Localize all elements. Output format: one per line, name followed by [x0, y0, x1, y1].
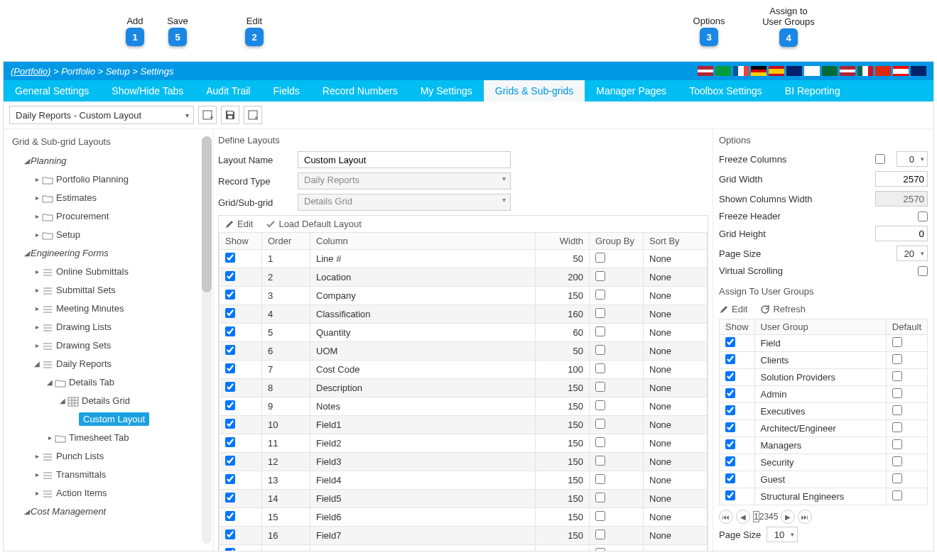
groupby-check[interactable]	[595, 363, 605, 373]
tree-item[interactable]: ◢Planning	[8, 151, 213, 170]
ug-show-check[interactable]	[725, 337, 735, 347]
groupby-check[interactable]	[595, 345, 605, 355]
ug-row[interactable]: Managers	[720, 437, 928, 454]
ug-page-size-select[interactable]: 10	[767, 527, 798, 542]
ug-row[interactable]: Architect/Engineer	[720, 420, 928, 437]
tree-item[interactable]: ▸Estimates	[8, 188, 213, 207]
show-check[interactable]	[225, 511, 235, 521]
grid-row[interactable]: 12Field3150None	[220, 453, 708, 471]
tree-item[interactable]: ▸Drawing Sets	[8, 336, 213, 354]
tree-item[interactable]: ◢Engineering Forms	[8, 243, 213, 262]
tab-record-numbers[interactable]: Record Numbers	[311, 80, 409, 101]
ug-row[interactable]: Guest	[720, 471, 928, 488]
tree-item[interactable]: ▸Transmittals	[8, 465, 213, 483]
grid-row[interactable]: 1Line #50None	[220, 250, 708, 268]
groupby-check[interactable]	[595, 326, 605, 336]
tree-item[interactable]: Custom Layout	[8, 410, 213, 428]
show-check[interactable]	[225, 456, 235, 466]
groupby-check[interactable]	[595, 271, 605, 281]
ug-show-check[interactable]	[725, 388, 735, 398]
ug-default-check[interactable]	[892, 456, 902, 466]
ug-edit-button[interactable]: Edit	[719, 304, 747, 314]
show-check[interactable]	[225, 474, 235, 484]
show-check[interactable]	[225, 345, 235, 355]
show-check[interactable]	[225, 290, 235, 300]
grid-height-input[interactable]	[875, 226, 928, 241]
show-check[interactable]	[225, 548, 235, 551]
grid-row[interactable]: 2Location200None	[220, 268, 708, 287]
freeze-header-check[interactable]	[918, 212, 928, 221]
tree-item[interactable]: ◢ Details Grid	[8, 391, 213, 410]
groupby-check[interactable]	[595, 308, 605, 318]
show-check[interactable]	[225, 326, 235, 336]
ug-row[interactable]: Clients	[720, 352, 928, 369]
grid-row[interactable]: 9Notes150None	[220, 397, 708, 416]
pager-page[interactable]: 5	[774, 512, 779, 522]
breadcrumb[interactable]: (Portfolio) > Portfolio > Setup > Settin…	[11, 66, 173, 77]
show-check[interactable]	[225, 253, 235, 263]
ug-show-check[interactable]	[725, 354, 735, 364]
groupby-check[interactable]	[595, 419, 605, 429]
tab-grids-sub-grids[interactable]: Grids & Sub-grids	[484, 80, 585, 101]
groupby-check[interactable]	[595, 382, 605, 392]
ug-default-check[interactable]	[892, 388, 902, 398]
grid-row[interactable]: 10Field1150None	[220, 416, 708, 434]
show-check[interactable]	[225, 419, 235, 429]
ug-show-check[interactable]	[725, 371, 735, 381]
tree-item[interactable]: ▸Action Items	[8, 483, 213, 502]
groupby-check[interactable]	[595, 456, 605, 466]
ug-default-check[interactable]	[892, 371, 902, 381]
groupby-check[interactable]	[595, 493, 605, 503]
grid-row[interactable]: 5Quantity60None	[220, 324, 708, 342]
delete-button[interactable]: ×	[244, 106, 262, 124]
pager-first[interactable]: ⏮	[719, 510, 733, 524]
groupby-check[interactable]	[595, 529, 605, 539]
tab-general-settings[interactable]: General Settings	[4, 80, 100, 101]
ug-row[interactable]: Executives	[720, 403, 928, 420]
show-check[interactable]	[225, 529, 235, 539]
tree-item[interactable]: ▸ Timesheet Tab	[8, 428, 213, 446]
ug-show-check[interactable]	[725, 490, 735, 500]
show-check[interactable]	[225, 400, 235, 410]
record-type-select[interactable]: Daily Reports	[298, 172, 511, 190]
ug-default-check[interactable]	[892, 354, 902, 364]
grid-row[interactable]: 6UOM50None	[220, 342, 708, 361]
ug-default-check[interactable]	[892, 337, 902, 347]
show-check[interactable]	[225, 308, 235, 318]
grid-row[interactable]: 8Description150None	[220, 379, 708, 397]
grid-edit-button[interactable]: Edit	[224, 219, 253, 229]
tree-item[interactable]: ◢ Details Tab	[8, 373, 213, 391]
groupby-check[interactable]	[595, 474, 605, 484]
groupby-check[interactable]	[595, 511, 605, 521]
add-button[interactable]: +	[198, 106, 217, 124]
layout-select[interactable]: Daily Reports - Custom Layout	[9, 106, 194, 124]
tree-item[interactable]: ▸Setup	[8, 225, 213, 243]
sidebar-scrollbar[interactable]	[202, 136, 212, 544]
groupby-check[interactable]	[595, 253, 605, 263]
groupby-check[interactable]	[595, 437, 605, 447]
page-size-select[interactable]: 20	[897, 246, 928, 261]
grid-width-input[interactable]	[875, 171, 928, 187]
tree-item[interactable]: ▸Punch Lists	[8, 446, 213, 465]
ug-show-check[interactable]	[725, 473, 735, 483]
groupby-check[interactable]	[595, 290, 605, 300]
show-check[interactable]	[225, 493, 235, 503]
pager-next[interactable]: ▶	[781, 510, 795, 524]
ug-row[interactable]: Security	[720, 454, 928, 471]
grid-row[interactable]: 15Field6150None	[220, 508, 708, 527]
grid-row[interactable]: 13Field4150None	[220, 471, 708, 490]
grid-row[interactable]: 11Field2150None	[220, 434, 708, 453]
show-check[interactable]	[225, 382, 235, 392]
tab-manager-pages[interactable]: Manager Pages	[585, 80, 678, 101]
ug-default-check[interactable]	[892, 405, 902, 415]
ug-default-check[interactable]	[892, 490, 902, 500]
grid-row[interactable]: 16Field7150None	[220, 527, 708, 545]
freeze-columns-count[interactable]: 0	[897, 151, 928, 167]
grid-row[interactable]: 4Classification160None	[220, 305, 708, 324]
ug-row[interactable]: Structural Engineers	[720, 488, 928, 505]
ug-default-check[interactable]	[892, 422, 902, 432]
tree-item[interactable]: ▸Drawing Lists	[8, 317, 213, 336]
ug-show-check[interactable]	[725, 405, 735, 415]
save-button[interactable]	[221, 106, 239, 124]
ug-show-check[interactable]	[725, 456, 735, 466]
